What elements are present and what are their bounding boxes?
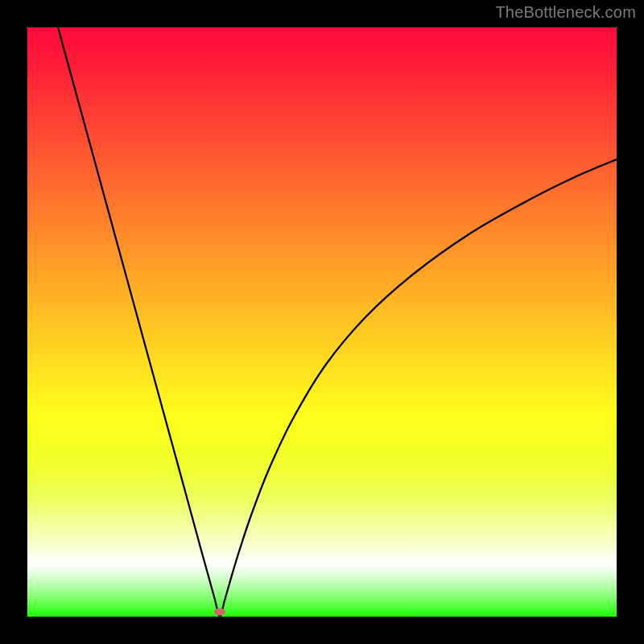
optimal-marker	[214, 609, 225, 616]
watermark-text: TheBottleneck.com	[495, 3, 636, 22]
chart-frame: TheBottleneck.com	[0, 0, 644, 644]
plot-area	[27, 27, 617, 617]
curve-path	[58, 27, 617, 617]
bottleneck-curve	[27, 27, 617, 617]
